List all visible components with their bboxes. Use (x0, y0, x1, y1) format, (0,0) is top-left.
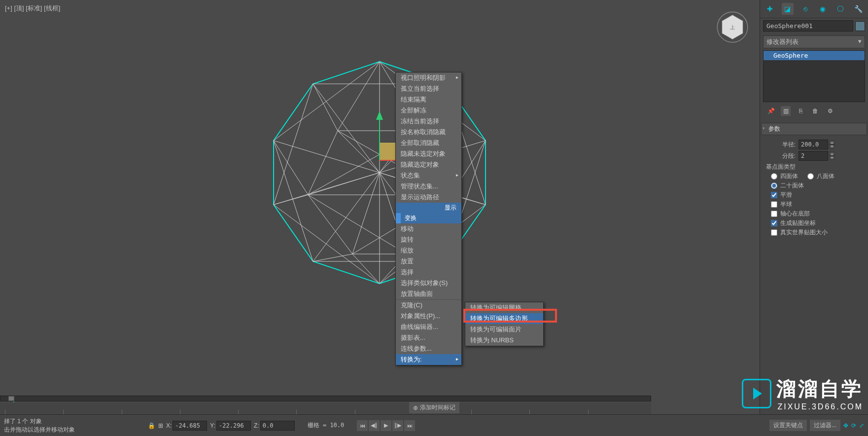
pivot-check[interactable] (771, 211, 777, 217)
modifier-stack[interactable]: GeoSphere (763, 50, 865, 102)
menu-item[interactable]: 视口照明和阴影 (396, 73, 461, 83)
lock-icon[interactable]: 🔒 (148, 422, 155, 429)
submenu-item[interactable]: 转换为可编辑面片 (465, 324, 543, 335)
y-coord-input[interactable] (216, 421, 251, 431)
menu-item[interactable]: 转换为: (396, 354, 461, 365)
menu-item[interactable]: 放置 (396, 256, 461, 267)
motion-tab-icon[interactable]: ◉ (817, 3, 829, 15)
radius-up[interactable]: ▲ (829, 141, 835, 145)
menu-item[interactable]: 状态集 (396, 170, 461, 181)
menu-item[interactable]: 放置轴曲面 (396, 289, 461, 299)
viewport-nav-icon3[interactable]: ⤢ (859, 422, 864, 429)
time-tick[interactable]: 100 (588, 409, 646, 414)
display-tab-icon[interactable]: 🖵 (834, 3, 846, 15)
add-time-tag-button[interactable]: ⊕添加时间标记 (409, 402, 459, 413)
viewport-nav-icon[interactable]: ✥ (843, 422, 848, 429)
svg-line-37 (313, 254, 352, 261)
geotype-label: 基点面类型 (766, 163, 862, 171)
icosa-radio[interactable] (771, 182, 777, 189)
menu-item[interactable]: 摄影表... (396, 332, 461, 343)
modify-tab-icon[interactable]: ◪ (782, 3, 794, 15)
menu-item[interactable]: 曲线编辑器... (396, 322, 461, 332)
time-tick[interactable]: 80 (471, 409, 529, 414)
menu-item[interactable]: 隐藏选定对象 (396, 159, 461, 170)
time-ruler[interactable]: 0102030405060708090100 (0, 402, 651, 414)
set-key-button[interactable]: 设置关键点 (769, 420, 807, 431)
viewport[interactable]: [+] [顶] [标准] [线框] 上 (0, 0, 760, 436)
x-coord-input[interactable] (173, 421, 207, 431)
menu-item[interactable]: 全部取消隐藏 (396, 138, 461, 148)
menu-group-1: 视口照明和阴影孤立当前选择结束隔离全部解冻冻结当前选择按名称取消隐藏全部取消隐藏… (396, 73, 461, 203)
submenu-item[interactable]: 转换为可编辑网格 (465, 302, 543, 313)
octa-radio[interactable] (807, 173, 814, 180)
viewport-label[interactable]: [+] [顶] [标准] [线框] (5, 4, 60, 13)
goto-end-icon[interactable]: ⏭ (404, 420, 415, 431)
time-tick[interactable]: 50 (296, 409, 354, 414)
realworld-check[interactable] (771, 229, 777, 236)
tetra-radio[interactable] (771, 173, 777, 180)
menu-item[interactable]: 缩放 (396, 245, 461, 256)
menu-item[interactable]: 连线参数... (396, 343, 461, 354)
radius-input[interactable] (799, 140, 828, 149)
timeline-scrollbar[interactable] (0, 396, 651, 401)
time-tick[interactable]: 10 (63, 409, 121, 414)
time-tick[interactable]: 40 (238, 409, 296, 414)
object-color-swatch[interactable] (855, 21, 865, 31)
viewcube[interactable]: 上 (715, 10, 750, 44)
coord-mode-icon[interactable]: ⊞ (158, 422, 163, 429)
grid-label: 栅格 = 10.0 (308, 421, 345, 430)
z-coord-input[interactable] (260, 421, 295, 431)
menu-item[interactable]: 选择类似对象(S) (396, 278, 461, 289)
segments-input[interactable] (799, 151, 828, 161)
menu-item[interactable]: 结束隔离 (396, 94, 461, 105)
object-name-input[interactable] (763, 20, 853, 32)
goto-start-icon[interactable]: ⏮ (357, 420, 368, 431)
menu-item[interactable]: 选择 (396, 267, 461, 278)
viewport-nav-icon2[interactable]: ⟳ (851, 422, 856, 429)
menu-item[interactable]: 管理状态集... (396, 181, 461, 192)
params-rollout-header[interactable]: 参数 (761, 123, 867, 135)
hierarchy-tab-icon[interactable]: ⎋ (799, 3, 811, 15)
submenu-item[interactable]: 转换为可编辑多边形 (465, 313, 543, 324)
time-tick[interactable]: 0 (5, 409, 63, 414)
svg-line-8 (274, 62, 380, 141)
smooth-check[interactable] (771, 192, 777, 198)
create-tab-icon[interactable]: ✚ (764, 3, 776, 15)
utilities-tab-icon[interactable]: 🔧 (852, 3, 864, 15)
time-tick[interactable]: 90 (529, 409, 588, 414)
menu-item[interactable]: 显示运动路径 (396, 192, 461, 203)
segments-label: 分段: (766, 152, 796, 160)
configure-sets-icon[interactable]: ⚙ (825, 106, 835, 116)
remove-modifier-icon[interactable]: 🗑 (810, 106, 820, 116)
pin-stack-icon[interactable]: 📌 (766, 106, 776, 116)
next-frame-icon[interactable]: ∥▶ (392, 420, 403, 431)
hemi-check[interactable] (771, 201, 777, 208)
menu-item[interactable]: 全部解冻 (396, 105, 461, 116)
segments-down[interactable]: ▼ (829, 156, 835, 160)
time-tick[interactable]: 30 (180, 409, 238, 414)
menu-item[interactable]: 旋转 (396, 234, 461, 245)
svg-line-22 (338, 62, 380, 131)
make-unique-icon[interactable]: ⎘ (796, 106, 805, 116)
menu-item[interactable]: 克隆(C) (396, 300, 461, 311)
play-icon[interactable]: ▶ (381, 420, 391, 431)
menu-item[interactable]: 移动 (396, 223, 461, 234)
show-end-result-icon[interactable]: ▥ (781, 106, 791, 116)
svg-text:上: 上 (730, 25, 735, 30)
segments-up[interactable]: ▲ (829, 152, 835, 156)
time-tick[interactable]: 60 (355, 409, 413, 414)
radius-down[interactable]: ▼ (829, 145, 835, 148)
menu-item[interactable]: 按名称取消隐藏 (396, 127, 461, 138)
prev-frame-icon[interactable]: ◀∥ (369, 420, 380, 431)
key-filters-button[interactable]: 过滤器... (810, 420, 840, 431)
submenu-item[interactable]: 转换为 NURBS (465, 335, 543, 346)
menu-item[interactable]: 冻结当前选择 (396, 116, 461, 127)
modifier-list-dropdown[interactable]: 修改器列表 (763, 36, 865, 48)
menu-item[interactable]: 孤立当前选择 (396, 83, 461, 94)
menu-header-display: 显示 (396, 203, 461, 213)
time-tick[interactable]: 20 (122, 409, 180, 414)
menu-item[interactable]: 对象属性(P)... (396, 311, 461, 322)
stack-item-geosphere[interactable]: GeoSphere (764, 51, 865, 60)
genmap-check[interactable] (771, 220, 777, 226)
menu-item[interactable]: 隐藏未选定对象 (396, 148, 461, 159)
